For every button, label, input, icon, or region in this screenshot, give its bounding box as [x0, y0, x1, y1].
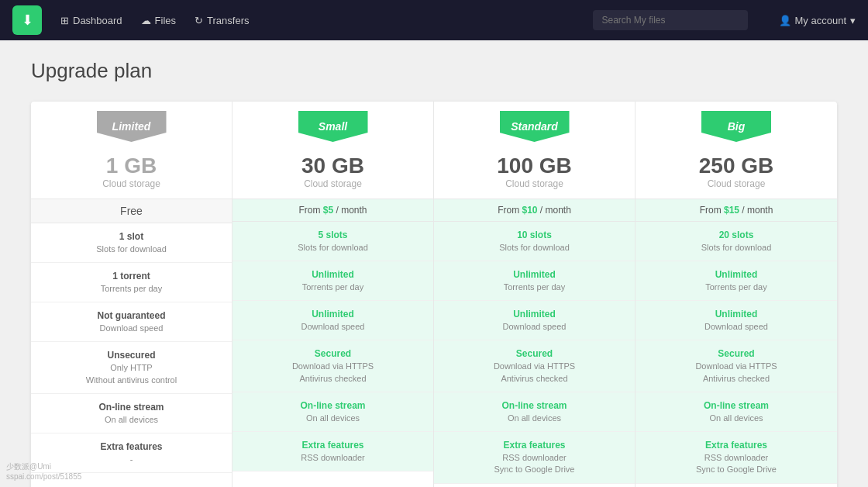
nav-dashboard[interactable]: ⊞ Dashboard — [60, 15, 122, 26]
plan-feature-big-0: 20 slotsSlots for download — [636, 222, 837, 261]
plans-grid: Limited1 GBCloud storageFree1 slotSlots … — [31, 102, 837, 487]
feat-title-limited-1: 1 torrent — [37, 270, 226, 283]
feat-title-big-1: Unlimited — [642, 268, 831, 281]
search-input[interactable] — [593, 10, 748, 30]
plan-cloud-label-small: Cloud storage — [304, 178, 362, 189]
plan-badge-small: Small — [298, 111, 368, 142]
feat-title-small-1: Unlimited — [239, 268, 427, 281]
feat-sub-standard-1: Torrents per day — [440, 281, 629, 293]
plan-badge-big: Big — [701, 111, 771, 142]
plan-cloud-label-limited: Cloud storage — [102, 178, 160, 189]
plan-cloud-label-big: Cloud storage — [708, 178, 766, 189]
feat-sub-small-5: RSS downloader — [239, 452, 427, 464]
plan-feature-limited-2: Not guaranteedDownload speed — [31, 302, 232, 342]
navbar: ⬇ ⊞ Dashboard ☁ Files ↻ Transfers 👤 My a… — [0, 0, 868, 40]
account-icon: 👤 — [779, 15, 791, 26]
feat-sub-limited-0: Slots for download — [37, 244, 226, 255]
plan-col-big: Big250 GBCloud storageFrom $15 / month20… — [636, 102, 837, 487]
plan-price-small: From $5 / month — [232, 199, 433, 222]
plan-price-limited: Free — [31, 199, 232, 223]
files-icon: ☁ — [141, 15, 151, 26]
plan-storage-small: 30 GB — [301, 154, 364, 178]
feat-sub-big-2: Download speed — [642, 321, 831, 333]
plan-feature-big-2: UnlimitedDownload speed — [636, 301, 837, 340]
plan-feature-big-1: UnlimitedTorrents per day — [636, 261, 837, 301]
feat-sub-limited-4: On all devices — [37, 414, 226, 426]
feat-title-limited-4: On-line stream — [37, 401, 226, 414]
plan-feature-small-3: SecuredDownload via HTTPSAntivirus check… — [232, 340, 433, 392]
feat-title-big-5: Extra features — [642, 439, 831, 452]
feat-sub-standard-2: Download speed — [440, 321, 629, 333]
feat-title-limited-2: Not guaranteed — [37, 309, 226, 323]
plan-feature-limited-3: UnsecuredOnly HTTPWithout antivirus cont… — [31, 342, 232, 394]
plan-col-small: Small30 GBCloud storageFrom $5 / month5 … — [232, 102, 434, 487]
feat-title-small-5: Extra features — [239, 439, 427, 452]
plan-storage-big: 250 GB — [699, 154, 774, 178]
feat-sub-standard-4: On all devices — [440, 413, 629, 424]
feat-title-small-2: Unlimited — [239, 308, 427, 321]
feat-sub-big-4: On all devices — [642, 413, 831, 424]
logo[interactable]: ⬇ — [12, 5, 42, 35]
plan-feature-standard-1: UnlimitedTorrents per day — [434, 261, 635, 301]
price-amount-standard: $10 — [522, 205, 537, 216]
plan-price-standard: From $10 / month — [434, 199, 635, 222]
feat-title-small-3: Secured — [239, 347, 427, 361]
plan-cta-small: Choose plan30-Day Money Back Guarantee — [232, 484, 433, 487]
feat-title-limited-5: Extra features — [37, 440, 226, 454]
feat-sub-big-5: RSS downloaderSync to Google Drive — [642, 452, 831, 476]
feat-sub-standard-0: Slots for download — [440, 242, 629, 254]
plan-feature-standard-3: SecuredDownload via HTTPSAntivirus check… — [434, 340, 635, 392]
watermark: 少数派@Umisspai.com/post/51855 — [6, 461, 81, 481]
nav-transfers[interactable]: ↻ Transfers — [195, 15, 249, 26]
feat-title-big-0: 20 slots — [642, 229, 831, 242]
plan-storage-standard: 100 GB — [497, 154, 572, 178]
plan-feature-small-1: UnlimitedTorrents per day — [232, 261, 433, 301]
feat-sub-small-4: On all devices — [239, 413, 427, 424]
feat-sub-standard-5: RSS downloaderSync to Google Drive — [440, 452, 629, 476]
feat-title-limited-0: 1 slot — [37, 230, 226, 244]
plan-col-limited: Limited1 GBCloud storageFree1 slotSlots … — [31, 102, 232, 487]
feat-title-standard-5: Extra features — [440, 439, 629, 452]
feat-title-standard-0: 10 slots — [440, 229, 629, 242]
plan-no-cta-limited — [126, 473, 138, 487]
feat-title-big-3: Secured — [642, 347, 831, 361]
plan-cta-standard: Choose plan30-Day Money Back Guarantee — [434, 484, 635, 487]
plan-feature-standard-4: On-line streamOn all devices — [434, 392, 635, 432]
nav-files[interactable]: ☁ Files — [141, 15, 176, 26]
plan-feature-small-4: On-line streamOn all devices — [232, 392, 433, 432]
feat-sub-big-3: Download via HTTPSAntivirus checked — [642, 361, 831, 385]
plan-badge-standard: Standard — [500, 111, 570, 142]
price-amount-small: $5 — [323, 205, 333, 216]
plan-price-big: From $15 / month — [636, 199, 837, 222]
feat-title-small-0: 5 slots — [239, 229, 427, 242]
feat-title-standard-4: On-line stream — [440, 399, 629, 413]
plan-cta-big: Choose plan30-Day Money Back Guarantee — [636, 484, 837, 487]
feat-sub-big-1: Torrents per day — [642, 281, 831, 293]
plan-storage-limited: 1 GB — [106, 154, 157, 178]
plan-feature-limited-4: On-line streamOn all devices — [31, 394, 232, 433]
feat-sub-small-2: Download speed — [239, 321, 427, 333]
transfers-icon: ↻ — [195, 15, 203, 26]
page-content: Upgrade plan Limited1 GBCloud storageFre… — [0, 40, 868, 487]
plan-feature-limited-0: 1 slotSlots for download — [31, 223, 232, 263]
plan-feature-limited-1: 1 torrentTorrents per day — [31, 263, 232, 302]
account-menu[interactable]: 👤 My account ▾ — [779, 15, 856, 26]
plan-feature-big-5: Extra featuresRSS downloaderSync to Goog… — [636, 432, 837, 484]
feat-title-big-2: Unlimited — [642, 308, 831, 321]
feat-sub-big-0: Slots for download — [642, 242, 831, 254]
price-amount-big: $15 — [724, 205, 739, 216]
feat-sub-limited-3: Only HTTPWithout antivirus control — [37, 362, 226, 386]
chevron-down-icon: ▾ — [850, 15, 856, 26]
plan-badge-limited: Limited — [97, 111, 167, 142]
feat-sub-limited-2: Download speed — [37, 323, 226, 334]
feat-title-big-4: On-line stream — [642, 399, 831, 413]
feat-sub-small-3: Download via HTTPSAntivirus checked — [239, 361, 427, 385]
plan-feature-standard-0: 10 slotsSlots for download — [434, 222, 635, 261]
plan-feature-big-3: SecuredDownload via HTTPSAntivirus check… — [636, 340, 837, 392]
feat-title-limited-3: Unsecured — [37, 349, 226, 362]
logo-icon: ⬇ — [22, 12, 33, 29]
plan-feature-big-4: On-line streamOn all devices — [636, 392, 837, 432]
plan-cloud-label-standard: Cloud storage — [505, 178, 563, 189]
feat-title-standard-1: Unlimited — [440, 268, 629, 281]
plan-feature-small-5: Extra featuresRSS downloader — [232, 432, 433, 471]
